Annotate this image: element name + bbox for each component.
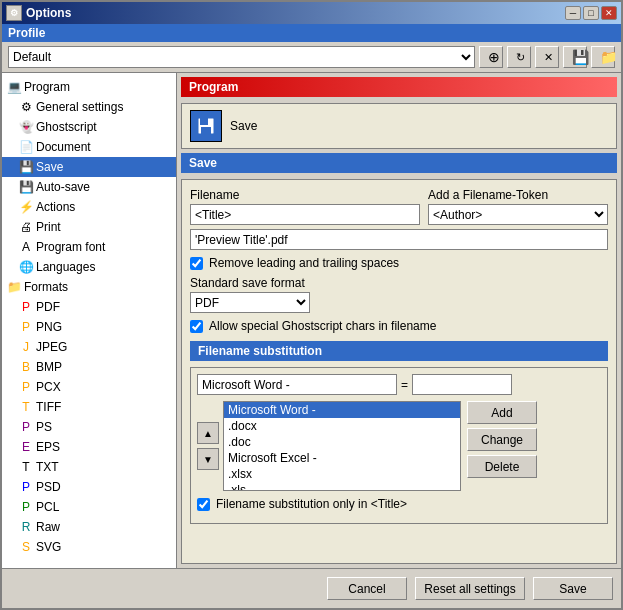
bmp-icon: B (18, 359, 34, 375)
profile-settings-btn[interactable]: ✕ (535, 46, 559, 68)
minimize-button[interactable]: ─ (565, 6, 581, 20)
eps-icon: E (18, 439, 34, 455)
tree-ps[interactable]: P PS (2, 417, 176, 437)
fs-left-input[interactable] (197, 374, 397, 395)
filename-sub-header: Filename substitution (190, 341, 608, 361)
right-panel: Program Save Save (177, 73, 621, 568)
bottom-bar: Cancel Reset all settings Save (2, 568, 621, 608)
program-section-header: Program (181, 77, 617, 97)
languages-icon: 🌐 (18, 259, 34, 275)
fs-input-row: = (197, 374, 601, 395)
tree-program[interactable]: 💻 Program (2, 77, 176, 97)
checkbox-fs-only-title: Filename substitution only in <Title> (197, 497, 601, 511)
program-name: Save (230, 119, 257, 133)
move-up-button[interactable]: ▲ (197, 422, 219, 444)
pcx-icon: P (18, 379, 34, 395)
program-save-icon (190, 110, 222, 142)
svg-rect-2 (201, 127, 211, 134)
filename-sub-content: = ▲ ▼ Microsoft Word - (190, 367, 608, 524)
tree-jpeg[interactable]: J JPEG (2, 337, 176, 357)
token-col: Add a Filename-Token <Author> (428, 188, 608, 225)
profile-refresh-btn[interactable]: ↻ (507, 46, 531, 68)
profile-dropdown[interactable]: Default (8, 46, 475, 68)
fs-only-title-checkbox[interactable] (197, 498, 210, 511)
equals-sign: = (401, 378, 408, 392)
svg-rect-1 (200, 118, 208, 125)
std-format-select[interactable]: PDF (190, 292, 310, 313)
profile-save-btn[interactable]: 💾 (563, 46, 587, 68)
list-item[interactable]: Microsoft Excel - (224, 450, 460, 466)
options-window: ⚙ Options ─ □ ✕ Profile Default ⊕ ↻ ✕ 💾 … (0, 0, 623, 610)
list-item[interactable]: .xls (224, 482, 460, 491)
ghostscript-chars-checkbox[interactable] (190, 320, 203, 333)
tree-document[interactable]: 📄 Document (2, 137, 176, 157)
program-icon: 💻 (6, 79, 22, 95)
ps-icon: P (18, 419, 34, 435)
tree-actions[interactable]: ⚡ Actions (2, 197, 176, 217)
list-item[interactable]: Microsoft Word - (224, 402, 460, 418)
tree-pdf[interactable]: P PDF (2, 297, 176, 317)
pcl-icon: P (18, 499, 34, 515)
profile-label: Profile (8, 26, 45, 40)
save-button[interactable]: Save (533, 577, 613, 600)
tree-txt[interactable]: T TXT (2, 457, 176, 477)
maximize-button[interactable]: □ (583, 6, 599, 20)
reset-button[interactable]: Reset all settings (415, 577, 525, 600)
filename-token-row: Filename Add a Filename-Token <Author> (190, 188, 608, 225)
leading-spaces-label: Remove leading and trailing spaces (209, 256, 399, 270)
tree-bmp[interactable]: B BMP (2, 357, 176, 377)
tree-raw[interactable]: R Raw (2, 517, 176, 537)
tree-languages[interactable]: 🌐 Languages (2, 257, 176, 277)
document-icon: 📄 (18, 139, 34, 155)
delete-button[interactable]: Delete (467, 455, 537, 478)
profile-new-btn[interactable]: ⊕ (479, 46, 503, 68)
window-icon: ⚙ (6, 5, 22, 21)
cancel-button[interactable]: Cancel (327, 577, 407, 600)
filename-input[interactable] (190, 204, 420, 225)
tree-ghostscript[interactable]: 👻 Ghostscript (2, 117, 176, 137)
action-buttons: Add Change Delete (467, 401, 537, 491)
ghostscript-icon: 👻 (18, 119, 34, 135)
tree-general-settings[interactable]: ⚙ General settings (2, 97, 176, 117)
tree-program-font[interactable]: A Program font (2, 237, 176, 257)
ghostscript-chars-label: Allow special Ghostscript chars in filen… (209, 319, 436, 333)
change-button[interactable]: Change (467, 428, 537, 451)
formats-icon: 📁 (6, 279, 22, 295)
tree-tiff[interactable]: T TIFF (2, 397, 176, 417)
preview-filename-input[interactable] (190, 229, 608, 250)
tree-save[interactable]: 💾 Save (2, 157, 176, 177)
close-button[interactable]: ✕ (601, 6, 617, 20)
move-down-button[interactable]: ▼ (197, 448, 219, 470)
window-title: Options (26, 6, 71, 20)
tree-psd[interactable]: P PSD (2, 477, 176, 497)
jpeg-icon: J (18, 339, 34, 355)
profile-folder-btn[interactable]: 📁 (591, 46, 615, 68)
list-item[interactable]: .xlsx (224, 466, 460, 482)
add-button[interactable]: Add (467, 401, 537, 424)
tree-svg[interactable]: S SVG (2, 537, 176, 557)
pdf-icon: P (18, 299, 34, 315)
tree-pcx[interactable]: P PCX (2, 377, 176, 397)
token-select[interactable]: <Author> (428, 204, 608, 225)
save-content: Filename Add a Filename-Token <Author> (181, 179, 617, 564)
tree-auto-save[interactable]: 💾 Auto-save (2, 177, 176, 197)
tree-eps[interactable]: E EPS (2, 437, 176, 457)
title-controls: ─ □ ✕ (565, 6, 617, 20)
std-format-label: Standard save format (190, 276, 608, 290)
fs-right-input[interactable] (412, 374, 512, 395)
token-dropdown-wrapper: <Author> (428, 204, 608, 225)
tree-png[interactable]: P PNG (2, 317, 176, 337)
raw-icon: R (18, 519, 34, 535)
filename-sub-listbox[interactable]: Microsoft Word - .docx .doc Microsoft Ex… (223, 401, 461, 491)
actions-icon: ⚡ (18, 199, 34, 215)
checkbox-leading-spaces: Remove leading and trailing spaces (190, 256, 608, 270)
list-item[interactable]: .doc (224, 434, 460, 450)
tree-formats[interactable]: 📁 Formats (2, 277, 176, 297)
txt-icon: T (18, 459, 34, 475)
leading-spaces-checkbox[interactable] (190, 257, 203, 270)
std-format-row: Standard save format PDF (190, 276, 608, 313)
token-label: Add a Filename-Token (428, 188, 608, 202)
tree-pcl[interactable]: P PCL (2, 497, 176, 517)
list-item[interactable]: .docx (224, 418, 460, 434)
tree-print[interactable]: 🖨 Print (2, 217, 176, 237)
